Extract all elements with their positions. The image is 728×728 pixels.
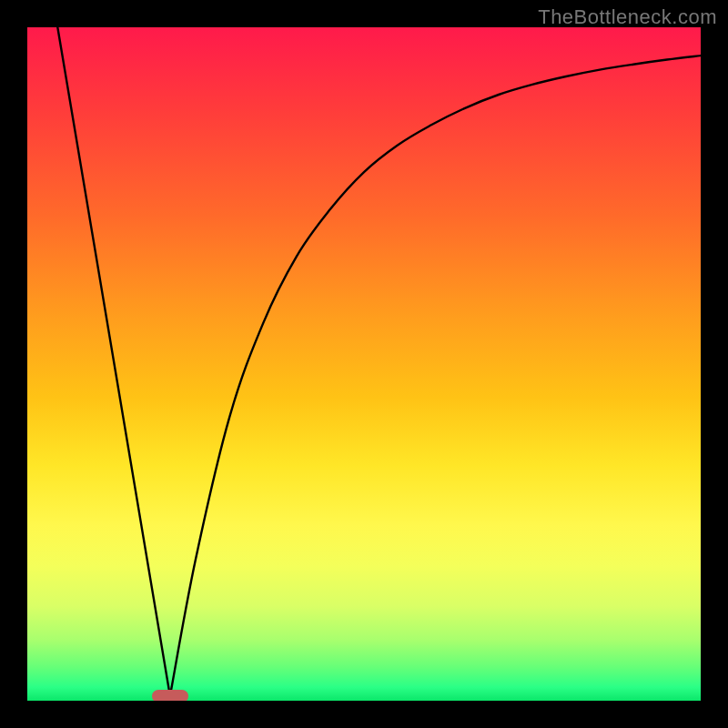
chart-frame: TheBottleneck.com [0, 0, 728, 728]
optimum-marker [152, 690, 188, 701]
bottleneck-curve [27, 27, 701, 701]
curve-path [57, 27, 701, 696]
watermark-text: TheBottleneck.com [538, 5, 717, 29]
plot-area [27, 27, 701, 701]
